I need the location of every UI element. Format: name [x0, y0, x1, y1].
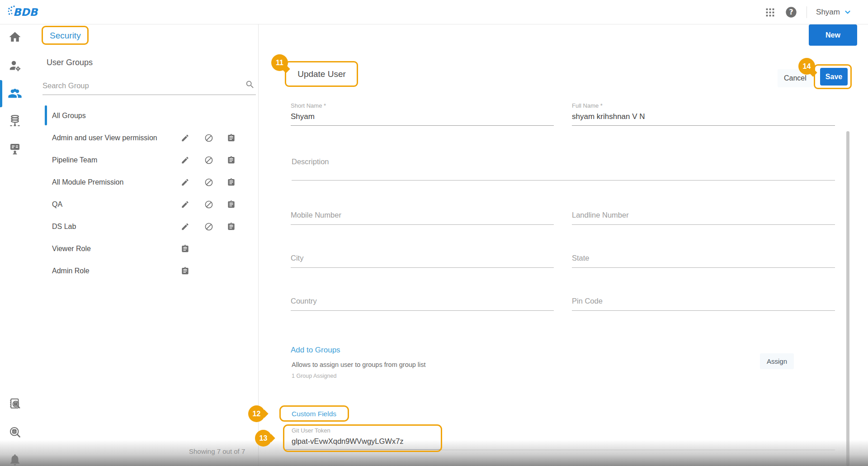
home-icon[interactable] — [8, 30, 22, 46]
field-placeholder: State — [572, 253, 835, 268]
data-search-icon[interactable] — [8, 425, 22, 441]
header-divider — [807, 6, 807, 18]
edit-icon[interactable] — [181, 156, 189, 164]
group-search — [42, 79, 256, 95]
clipboard-icon[interactable] — [227, 133, 236, 142]
help-glyph: ? — [789, 8, 793, 16]
form-title: Update User — [286, 62, 357, 86]
clipboard-icon[interactable] — [227, 178, 236, 186]
field-placeholder: Country — [291, 296, 554, 311]
bdb-logo[interactable]: BDB — [7, 5, 40, 21]
group-row[interactable]: All Module Premission — [30, 171, 259, 193]
data-catalog-search-icon[interactable] — [8, 397, 22, 413]
top-header: BDB ? Shyam — [0, 0, 868, 24]
pin-code-field[interactable]: Pin Code — [572, 296, 835, 311]
clipboard-icon[interactable] — [181, 244, 189, 253]
description-field[interactable]: Description — [292, 157, 835, 181]
user-settings-icon[interactable] — [8, 59, 22, 74]
group-row[interactable]: Pipeline Team — [30, 149, 259, 171]
group-row[interactable]: Admin and user View permission — [30, 127, 259, 149]
user-groups-icon[interactable] — [8, 86, 22, 103]
user-groups-panel: Security User Groups All Groups Admin an… — [30, 24, 259, 466]
edit-icon[interactable] — [181, 178, 189, 186]
panel-title: User Groups — [47, 58, 93, 67]
landline-number-field[interactable]: Landline Number — [572, 210, 835, 225]
field-label: Git User Token — [286, 427, 442, 434]
group-name: Admin Role — [52, 267, 90, 275]
field-value: Shyam — [291, 109, 554, 126]
group-row[interactable]: Admin Role — [30, 260, 259, 282]
search-input[interactable] — [42, 79, 241, 95]
short-name-field[interactable]: Short Name * Shyam — [291, 102, 554, 126]
field-value: glpat-vEvwXqdn9WVwgyLGWx7z — [286, 434, 442, 450]
edit-icon[interactable] — [181, 222, 189, 231]
group-name: DS Lab — [52, 223, 76, 231]
field-placeholder: City — [291, 253, 554, 268]
field-placeholder: Description — [292, 157, 835, 181]
model-registry-icon[interactable] — [8, 142, 22, 157]
block-icon[interactable] — [204, 178, 213, 187]
clipboard-icon[interactable] — [227, 156, 236, 164]
block-icon[interactable] — [204, 222, 213, 231]
group-name: QA — [52, 200, 62, 209]
field-placeholder: Pin Code — [572, 296, 835, 311]
group-row[interactable]: Viewer Role — [30, 238, 259, 260]
clipboard-icon[interactable] — [227, 222, 236, 231]
groups-assigned-status: 1 Group Assigned — [292, 373, 336, 379]
group-name: All Groups — [52, 112, 86, 120]
block-icon[interactable] — [204, 133, 213, 143]
group-row[interactable]: DS Lab — [30, 215, 259, 238]
country-field[interactable]: Country — [291, 296, 554, 311]
section-title[interactable]: Security — [50, 31, 81, 41]
field-placeholder: Landline Number — [572, 210, 835, 225]
add-to-groups-description: Allows to assign user to groups from gro… — [292, 361, 426, 368]
edit-icon[interactable] — [181, 133, 189, 142]
city-field[interactable]: City — [291, 253, 554, 268]
clipboard-icon[interactable] — [181, 266, 189, 275]
group-row[interactable]: QA — [30, 193, 259, 215]
save-button[interactable]: Save — [820, 68, 848, 86]
group-name: Admin and user View permission — [52, 134, 157, 142]
user-menu[interactable]: Shyam — [816, 8, 852, 17]
chevron-down-icon — [844, 8, 852, 16]
assign-button[interactable]: Assign — [760, 353, 794, 369]
field-label: Short Name * — [291, 102, 554, 109]
custom-fields-link[interactable]: Custom Fields — [292, 410, 336, 418]
field-placeholder: Mobile Number — [291, 210, 554, 225]
clipboard-icon[interactable] — [227, 200, 236, 209]
logo-text: BDB — [13, 6, 38, 18]
vertical-scrollbar[interactable] — [846, 131, 849, 466]
block-icon[interactable] — [204, 200, 213, 209]
edit-icon[interactable] — [181, 200, 189, 209]
block-icon[interactable] — [204, 156, 213, 165]
data-center-icon[interactable] — [8, 114, 22, 129]
form-bottom-divider — [442, 450, 835, 450]
groups-count-status: Showing 7 out of 7 — [189, 447, 245, 455]
group-name: All Module Premission — [52, 178, 123, 186]
apps-grid-icon[interactable] — [764, 7, 776, 18]
field-label: Full Name * — [572, 102, 835, 109]
update-user-form: New Update User Cancel Save Short Name *… — [259, 24, 868, 466]
user-name: Shyam — [816, 8, 840, 17]
search-icon[interactable] — [245, 80, 255, 91]
state-field[interactable]: State — [572, 253, 835, 268]
group-name: Viewer Role — [52, 245, 91, 253]
new-button[interactable]: New — [809, 24, 857, 46]
group-row-all-groups[interactable]: All Groups — [30, 105, 259, 127]
notifications-bell-icon[interactable] — [8, 453, 22, 466]
field-value: shyam krihshnan V N — [572, 109, 835, 126]
group-name: Pipeline Team — [52, 156, 97, 164]
left-sidebar — [0, 24, 30, 466]
git-user-token-field[interactable]: Git User Token glpat-vEvwXqdn9WVwgyLGWx7… — [286, 427, 442, 450]
add-to-groups-link[interactable]: Add to Groups — [291, 346, 340, 355]
mobile-number-field[interactable]: Mobile Number — [291, 210, 554, 225]
group-list: All Groups Admin and user View permissio… — [30, 105, 259, 282]
help-icon[interactable]: ? — [785, 6, 797, 19]
sidebar-active-indicator — [0, 80, 2, 107]
cancel-button[interactable]: Cancel — [778, 69, 813, 87]
full-name-field[interactable]: Full Name * shyam krihshnan V N — [572, 102, 835, 126]
